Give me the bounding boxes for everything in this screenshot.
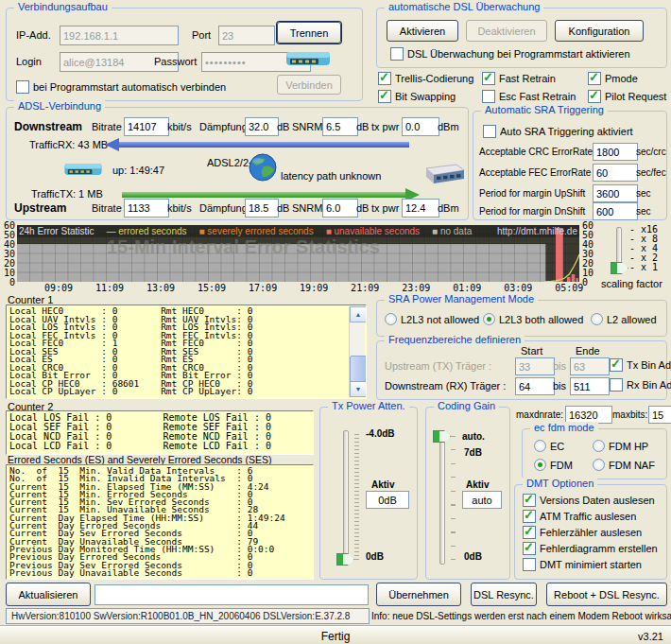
dnshift-unit: sec xyxy=(636,206,651,217)
us-bitrate-field[interactable]: 1133 xyxy=(124,199,169,218)
connection-group-title: Verbindungsaufbau xyxy=(14,1,112,12)
coding-gain-slider-track[interactable] xyxy=(439,430,445,565)
watch-startup-checkbox[interactable]: DSL Überwachung bei Programmstart aktivi… xyxy=(390,47,630,61)
downstream-end-field[interactable]: 511 xyxy=(570,377,610,395)
coding-gain-aktiv-label: Aktiv xyxy=(466,479,489,490)
autoconnect-checkbox[interactable]: bei Programmstart automatisch verbinden xyxy=(16,80,226,94)
modem-icon xyxy=(283,46,334,71)
upshift-field[interactable]: 3600 xyxy=(593,184,638,202)
esc-fast-retrain-checkbox[interactable]: Esc Fast Retrain xyxy=(482,90,576,103)
radio-fdm-hp[interactable]: FDM HP xyxy=(593,440,648,452)
atm-traffic-box[interactable] xyxy=(523,510,536,523)
radio-l2l3-both-allowed[interactable]: L2L3 both allowed xyxy=(483,313,583,325)
start-label: Start xyxy=(521,345,542,357)
dmt-minimiert-box[interactable] xyxy=(523,558,536,571)
es-box[interactable]: No. of 15 Min. Valid Data Intervals : 6 … xyxy=(6,464,314,580)
konfiguration-button[interactable]: Konfiguration xyxy=(555,20,644,42)
tx-atten-group-title: Tx Power Atten. xyxy=(328,400,409,411)
fehlerzaehler-checkbox[interactable]: Fehlerzähler auslesen xyxy=(523,526,642,539)
maxbits-field[interactable]: 15 xyxy=(648,406,671,424)
radio-fdm-hp-circle[interactable] xyxy=(593,440,605,452)
fehlerzaehler-box[interactable] xyxy=(523,526,536,539)
ds-txpwr-field[interactable]: 0.0 xyxy=(402,117,439,136)
ds-bitrate-unit: kbit/s xyxy=(167,121,192,132)
scroll-up-icon[interactable]: ▲ xyxy=(350,306,367,322)
pmode-checkbox-box[interactable] xyxy=(588,72,601,85)
rx-bin-adjust-box[interactable] xyxy=(610,378,623,392)
ds-snrm-field[interactable]: 6.5 xyxy=(322,117,358,136)
us-txpwr-field[interactable]: 12.4 xyxy=(402,199,439,218)
ds-daempfung-field[interactable]: 32.0 xyxy=(245,117,279,136)
x-tick-label: 21:09 xyxy=(349,283,381,293)
fast-retrain-checkbox-box[interactable] xyxy=(482,72,495,85)
sra-trigger-checkbox[interactable]: Auto SRA Triggering aktiviert xyxy=(483,125,633,138)
downstream-arrow-bar xyxy=(118,142,409,148)
verbinden-button[interactable]: Verbinden xyxy=(277,75,341,95)
deaktivieren-button[interactable]: Deaktivieren xyxy=(466,20,547,42)
autoconnect-checkbox-box[interactable] xyxy=(16,80,29,94)
x-tick-label: 03:09 xyxy=(502,283,534,293)
us-snrm-field[interactable]: 6.0 xyxy=(322,199,358,218)
trellis-checkbox-box[interactable] xyxy=(378,72,391,85)
tx-atten-slider-track[interactable] xyxy=(343,430,349,565)
reboot-resync-button[interactable]: Reboot + DSL Resync. xyxy=(546,583,667,606)
scaling-slider-thumb[interactable] xyxy=(611,262,628,274)
versions-daten-checkbox[interactable]: Versions Daten auslesen xyxy=(523,494,655,507)
ds-daempfung-unit: dB xyxy=(277,121,289,132)
bit-swapping-label: Bit Swapping xyxy=(395,91,456,102)
fast-retrain-checkbox[interactable]: Fast Retrain xyxy=(482,72,556,85)
bit-swapping-checkbox-box[interactable] xyxy=(378,90,391,103)
esc-fast-retrain-checkbox-box[interactable] xyxy=(482,90,495,103)
x-tick-label: 23:09 xyxy=(400,283,432,293)
tx-bin-adjust-box[interactable] xyxy=(610,358,623,372)
fehlerdiagramm-box[interactable] xyxy=(523,542,536,555)
radio-fdm-naf[interactable]: FDM NAF xyxy=(593,459,655,471)
coding-gain-slider-thumb[interactable] xyxy=(433,430,451,443)
radio-l2-allowed-circle[interactable] xyxy=(591,313,603,325)
ds-bitrate-field[interactable]: 14107 xyxy=(124,117,169,136)
pilot-request-checkbox-box[interactable] xyxy=(588,90,601,103)
trellis-checkbox[interactable]: Trellis-Codierung xyxy=(378,72,473,85)
ds-snrm-unit: dB xyxy=(356,121,369,132)
tx-bin-adjust-checkbox[interactable]: Tx Bin Adjust xyxy=(610,358,671,372)
radio-ec[interactable]: EC xyxy=(534,440,564,452)
counter2-box[interactable]: Local LOS Fail : 0 Remote LOS Fail : 0 L… xyxy=(6,410,314,455)
trennen-button[interactable]: Trennen xyxy=(277,22,341,44)
dsl-resync-button[interactable]: DSL Resync. xyxy=(471,583,537,606)
crc-errorrate-label: Acceptable CRC ErrorRate xyxy=(479,147,593,157)
rx-bin-adjust-checkbox[interactable]: Rx Bin Adjust xyxy=(610,378,671,392)
dnshift-field[interactable]: 600 xyxy=(593,202,638,220)
radio-l2-allowed-label: L2 allowed xyxy=(607,314,657,325)
scroll-down-icon[interactable]: ▼ xyxy=(350,381,367,397)
radio-fdm-circle[interactable] xyxy=(534,459,546,471)
counter1-scrollbar[interactable]: ▲ ▼ xyxy=(349,306,365,397)
fehlerdiagramm-checkbox[interactable]: Fehlerdiagramm erstellen xyxy=(523,542,658,555)
radio-ec-circle[interactable] xyxy=(534,440,546,452)
downstream-start-field[interactable]: 64 xyxy=(515,377,555,395)
uebernehmen-button[interactable]: Übernehmen xyxy=(376,583,461,606)
pmode-checkbox[interactable]: Pmode xyxy=(588,72,638,85)
radio-fdm-naf-circle[interactable] xyxy=(593,459,605,471)
us-daempfung-field[interactable]: 18.5 xyxy=(245,199,279,218)
radio-l2l3-both-allowed-circle[interactable] xyxy=(483,313,495,325)
tx-atten-slider-thumb[interactable] xyxy=(336,553,354,566)
radio-l2l3-not-allowed-circle[interactable] xyxy=(385,313,397,325)
counter1-box[interactable]: Local HEC0 : 0 Rmt HEC0 : 0 Local UAV In… xyxy=(6,305,367,399)
radio-l2-allowed[interactable]: L2 allowed xyxy=(591,313,657,325)
counter1-scrollbar-thumb[interactable] xyxy=(350,356,367,382)
dmt-minimiert-checkbox[interactable]: DMT minimiert starten xyxy=(523,558,642,571)
legend-item: 24h Error Statistic xyxy=(19,226,94,236)
atm-traffic-checkbox[interactable]: ATM Traffic auslesen xyxy=(523,510,636,523)
radio-fdm[interactable]: FDM xyxy=(534,459,573,471)
fec-errorrate-field[interactable]: 60 xyxy=(593,164,638,182)
versions-daten-box[interactable] xyxy=(523,494,536,507)
aktivieren-button[interactable]: Aktivieren xyxy=(387,20,458,42)
pilot-request-checkbox[interactable]: Pilot Request xyxy=(588,90,666,103)
crc-errorrate-field[interactable]: 1800 xyxy=(593,143,638,161)
bit-swapping-checkbox[interactable]: Bit Swapping xyxy=(378,90,456,103)
aktualisieren-button[interactable]: Aktualisieren xyxy=(6,583,91,606)
watch-startup-checkbox-box[interactable] xyxy=(390,47,404,61)
radio-l2l3-not-allowed[interactable]: L2L3 not allowed xyxy=(385,313,479,325)
sra-trigger-label: Auto SRA Triggering aktiviert xyxy=(500,126,633,137)
sra-trigger-checkbox-box[interactable] xyxy=(483,125,496,138)
